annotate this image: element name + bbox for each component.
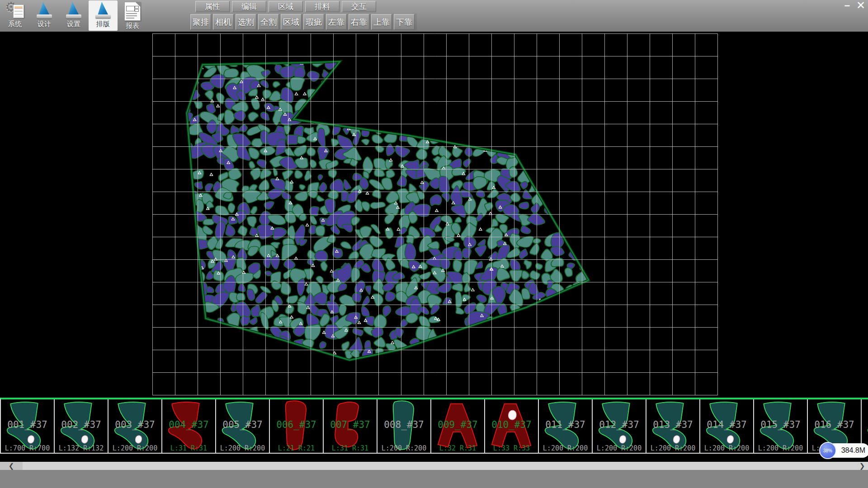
ruler-icon [37, 2, 52, 19]
scroll-right-icon[interactable]: ❯ [856, 462, 868, 470]
thumbnail-cell[interactable]: 011_#37L:200 R:200 [539, 399, 593, 453]
thumbnail-quantity: L:31 R:31 [162, 444, 215, 452]
thumbnail-title: 004_#37 [162, 419, 215, 430]
app-label: 系统 [8, 20, 22, 28]
ruler-icon [66, 2, 81, 19]
menu-button-属性[interactable]: 属性 [195, 1, 230, 12]
thumbnail-title: 009_#37 [431, 419, 484, 430]
thumbnail-cell[interactable]: 006_#37L:21 R:21 [270, 399, 324, 453]
thumbnail-title: 006_#37 [270, 419, 323, 430]
ruler-icon [95, 2, 111, 19]
tool-button-选割[interactable]: 选割 [236, 14, 256, 30]
thumbnail-title: 014_#37 [700, 419, 753, 430]
thumbnail-quantity: L:200 R:200 [646, 444, 699, 452]
thumbnail-cell[interactable]: 007_#37L:31 R:31 [324, 399, 377, 453]
application-window: ⚙系统设计设置排版报表 属性编辑区域排料交互 聚排相机选割全割区域瑕疵左靠右靠上… [0, 0, 868, 488]
thumbnail-title: 005_#37 [216, 419, 269, 430]
thumbnail-quantity: L:200 R:200 [539, 444, 592, 452]
thumbnail-title: 013_#37 [646, 419, 699, 430]
thumbnail-quantity: L:200 R:200 [754, 444, 807, 452]
status-bar [0, 470, 868, 488]
ribbon-toolbar: ⚙系统设计设置排版报表 属性编辑区域排料交互 聚排相机选割全割区域瑕疵左靠右靠上… [0, 0, 868, 32]
thumbnail-quantity: L:132 R:132 [55, 444, 108, 452]
minimize-icon[interactable]: – [844, 1, 850, 10]
piece-thumbnail-strip: 001_#37L:700 R:700002_#37L:132 R:132003_… [0, 398, 868, 454]
thumbnail-title: 011_#37 [539, 419, 592, 430]
thumbnail-cell[interactable]: 013_#37L:200 R:200 [646, 399, 700, 453]
thumbnail-cell[interactable]: 014_#37L:200 R:200 [700, 399, 754, 453]
tool-button-区域[interactable]: 区域 [281, 14, 302, 30]
app-button-设置[interactable]: 设置 [59, 0, 88, 31]
thumbnail-quantity: L:200 R:200 [108, 444, 161, 452]
thumbnail-cell[interactable]: 004_#37L:31 R:31 [162, 399, 216, 453]
menu-button-编辑[interactable]: 编辑 [232, 1, 266, 12]
thumbnail-cell[interactable]: 015_#37L:200 R:200 [754, 399, 808, 453]
thumbnail-cell[interactable]: 005_#37L:200 R:200 [216, 399, 270, 453]
tool-button-上靠[interactable]: 上靠 [371, 14, 392, 30]
thumbnail-title: 007_#37 [324, 419, 377, 430]
thumbnail-cell[interactable]: 001_#37L:700 R:700 [1, 399, 55, 453]
menu-row: 属性编辑区域排料交互 [195, 1, 378, 12]
nesting-canvas[interactable] [0, 32, 868, 398]
thumbnail-cell[interactable]: 002_#37L:132 R:132 [55, 399, 108, 453]
tool-button-全割[interactable]: 全割 [258, 14, 279, 30]
app-switcher: ⚙系统设计设置排版报表 [0, 0, 147, 32]
thumbnail-quantity: L:33 R:33 [485, 444, 538, 452]
menu-button-交互[interactable]: 交互 [342, 1, 376, 12]
tool-button-瑕疵[interactable]: 瑕疵 [303, 14, 324, 30]
app-button-设计[interactable]: 设计 [30, 0, 59, 31]
thumbnail-title: 001_#37 [1, 419, 54, 430]
thumbnail-cell[interactable]: 010_#37L:33 R:33 [485, 399, 539, 453]
thumbnail-title: 010_#37 [485, 419, 538, 430]
tool-button-相机[interactable]: 相机 [213, 14, 234, 30]
menu-button-排料[interactable]: 排料 [305, 1, 340, 12]
window-controls: – ✕ [838, 1, 865, 10]
app-button-排版[interactable]: 排版 [89, 0, 118, 31]
gear-notebook-icon: ⚙ [6, 2, 24, 19]
close-icon[interactable]: ✕ [856, 1, 865, 10]
app-label: 报表 [126, 22, 139, 30]
tool-button-右靠[interactable]: 右靠 [349, 14, 369, 30]
report-icon [124, 2, 141, 21]
thumbnail-quantity: L:200 R:200 [216, 444, 269, 452]
app-button-系统[interactable]: ⚙系统 [0, 0, 29, 31]
thumbnail-quantity: L:31 R:31 [324, 444, 377, 452]
thumbnail-quantity: L:200 R:200 [700, 444, 753, 452]
menu-button-区域[interactable]: 区域 [269, 1, 303, 12]
memory-status-badge: 384.8M 38% [819, 442, 836, 459]
thumbnail-title: 016_#37 [808, 419, 861, 430]
thumbnail-title: 015_#37 [754, 419, 807, 430]
thumbnail-title: 003_#37 [108, 419, 161, 430]
app-label: 排版 [96, 20, 110, 28]
app-label: 设计 [38, 20, 51, 28]
thumbnail-title: 008_#37 [377, 419, 430, 430]
thumbnail-quantity: L:200 R:200 [377, 444, 430, 452]
thumbnail-quantity: L:200 R:200 [593, 444, 646, 452]
thumbnail-title: 002_#37 [55, 419, 108, 430]
tool-button-左靠[interactable]: 左靠 [326, 14, 347, 30]
app-label: 设置 [67, 20, 80, 28]
thumbnail-quantity: L:32 R:31 [431, 444, 484, 452]
thumbnail-cell[interactable]: 009_#37L:32 R:31 [431, 399, 485, 453]
tools-row: 聚排相机选割全割区域瑕疵左靠右靠上靠下靠 [190, 14, 417, 30]
memory-percent-indicator: 38% [819, 442, 836, 459]
tool-button-聚排[interactable]: 聚排 [190, 14, 211, 30]
thumbnail-quantity: L:700 R:700 [1, 444, 54, 452]
thumbnail-cell[interactable]: 012_#37L:200 R:200 [593, 399, 646, 453]
thumbnail-cell[interactable]: 003_#37L:200 R:200 [108, 399, 162, 453]
thumbnail-title: 0 [862, 419, 868, 430]
scroll-left-icon[interactable]: ❮ [0, 462, 23, 470]
thumbnail-quantity: L:21 R:21 [270, 444, 323, 452]
thumbnail-cell[interactable]: 008_#37L:200 R:200 [377, 399, 431, 453]
app-button-报表[interactable]: 报表 [118, 0, 147, 31]
thumbnail-title: 012_#37 [593, 419, 646, 430]
tool-button-下靠[interactable]: 下靠 [394, 14, 415, 30]
horizontal-scrollbar[interactable]: ❮ ❯ [0, 462, 868, 470]
